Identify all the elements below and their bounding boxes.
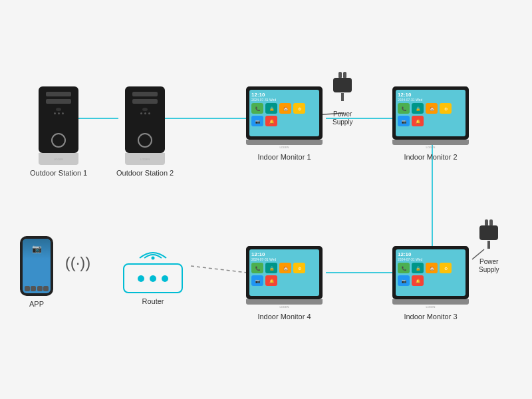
outdoor-bottom-1: LOGEN: [39, 153, 78, 165]
screen-icons-row-4: 📞 🔒 🏠 ⚙ 📷 🔔: [251, 263, 317, 286]
svg-point-9: [152, 257, 155, 260]
router-wifi-arcs: [136, 246, 170, 261]
outdoor-dots: [140, 112, 150, 114]
power-supply-2-label: PowerSupply: [479, 258, 499, 274]
power-supply-1: PowerSupply: [332, 72, 353, 126]
indoor-screen-2: 12:10 2024-07-31 Wed 📞 🔒 🏠 ⚙ 📷 🔔: [396, 90, 466, 136]
indoor-monitor-2: 12:10 2024-07-31 Wed 📞 🔒 🏠 ⚙ 📷 🔔 LOGEN I…: [392, 86, 469, 161]
outdoor-button: [51, 133, 66, 148]
indoor-device-1: 12:10 2024-07-31 Wed 📞 🔒 🏠 ⚙ 📷 🔔: [246, 86, 323, 140]
svg-line-5: [191, 266, 247, 273]
svg-text:((·)): ((·)): [65, 253, 91, 271]
screen-time-2: 12:10: [398, 92, 464, 98]
router-section: Router: [123, 246, 183, 305]
wifi-symbol: ((·)): [65, 249, 91, 275]
indoor-stand-4: [246, 299, 323, 305]
outdoor-button: [138, 133, 152, 148]
router-wifi-icon: [136, 246, 170, 261]
screen-date-4: 2024-07-31 Wed: [251, 257, 317, 261]
speaker-bar2: [132, 99, 158, 104]
app-section: 📷 APP: [20, 236, 53, 308]
screen-icons-row-2: 📞 🔒 🏠 ⚙ 📷 🔔: [398, 103, 464, 126]
indoor-monitor-4: 12:10 2024-07-31 Wed 📞 🔒 🏠 ⚙ 📷 🔔 LOGEN I…: [246, 246, 323, 321]
power-supply-1-label: PowerSupply: [332, 110, 353, 126]
wifi-icon: ((·)): [65, 249, 91, 273]
router-box: [123, 263, 183, 293]
power-icon-2: [479, 219, 498, 249]
indoor-stand-1: [246, 140, 323, 145]
phone: 📷: [20, 236, 53, 296]
screen-icons-row-3: 📞 🔒 🏠 ⚙ 📷 🔔: [398, 263, 464, 286]
indoor-device-2: 12:10 2024-07-31 Wed 📞 🔒 🏠 ⚙ 📷 🔔: [392, 86, 469, 140]
indoor-screen-1: 12:10 2024-07-31 Wed 📞 🔒 🏠 ⚙ 📷 🔔: [249, 90, 319, 136]
camera: [56, 108, 61, 111]
outdoor-bottom-2: LOGEN: [125, 153, 165, 165]
indoor-screen-3: 12:10 2024-07-31 Wed 📞 🔒 🏠 ⚙ 📷 🔔: [396, 249, 466, 296]
indoor-monitor-3: 12:10 2024-07-31 Wed 📞 🔒 🏠 ⚙ 📷 🔔 LOGEN I…: [392, 246, 469, 321]
outdoor-device-1: [39, 86, 78, 153]
power-supply-2: PowerSupply: [479, 219, 499, 274]
connection-lines: [0, 0, 532, 399]
phone-screen-top: 📷: [23, 239, 51, 259]
speaker-bar2: [46, 99, 71, 104]
speaker-bar: [46, 92, 71, 96]
indoor-stand-3: [392, 299, 469, 305]
speaker-bar: [132, 92, 158, 96]
outdoor-dots: [54, 112, 64, 114]
app-label: APP: [29, 300, 44, 308]
outdoor-device-2: [125, 86, 165, 153]
phone-bottom-icons: [23, 284, 51, 293]
outdoor-station-1-label: Outdoor Station 1: [30, 169, 87, 177]
camera: [142, 108, 148, 111]
indoor-monitor-1-label: Indoor Monitor 1: [257, 153, 311, 161]
router-label: Router: [142, 297, 164, 305]
indoor-monitor-1: 12:10 2024-07-31 Wed 📞 🔒 🏠 ⚙ 📷 🔔 LOGEN I…: [246, 86, 323, 161]
phone-screen: 📷: [23, 239, 51, 293]
indoor-monitor-4-label: Indoor Monitor 4: [257, 313, 311, 321]
diagram-area: LOGEN Outdoor Station 1 LOGEN Outdoor St…: [0, 0, 532, 399]
indoor-device-3: 12:10 2024-07-31 Wed 📞 🔒 🏠 ⚙ 📷 🔔: [392, 246, 469, 299]
indoor-screen-4: 12:10 2024-07-31 Wed 📞 🔒 🏠 ⚙ 📷 🔔: [249, 249, 319, 296]
outdoor-station-2-label: Outdoor Station 2: [116, 169, 174, 177]
indoor-monitor-2-label: Indoor Monitor 2: [404, 153, 457, 161]
indoor-monitor-3-label: Indoor Monitor 3: [404, 313, 457, 321]
indoor-stand-2: [392, 140, 469, 145]
screen-icons-row-1: 📞 🔒 🏠 ⚙ 📷 🔔: [251, 103, 317, 126]
indoor-device-4: 12:10 2024-07-31 Wed 📞 🔒 🏠 ⚙ 📷 🔔: [246, 246, 323, 299]
screen-date-1: 2024-07-31 Wed: [251, 98, 317, 102]
outdoor-station-1: LOGEN Outdoor Station 1: [30, 86, 87, 177]
power-icon-1: [333, 72, 352, 101]
screen-date-3: 2024-07-31 Wed: [398, 257, 464, 261]
screen-time-3: 12:10: [398, 251, 464, 257]
screen-time-1: 12:10: [251, 92, 317, 98]
screen-time-4: 12:10: [251, 251, 317, 257]
outdoor-station-2: LOGEN Outdoor Station 2: [116, 86, 174, 177]
screen-date-2: 2024-07-31 Wed: [398, 98, 464, 102]
